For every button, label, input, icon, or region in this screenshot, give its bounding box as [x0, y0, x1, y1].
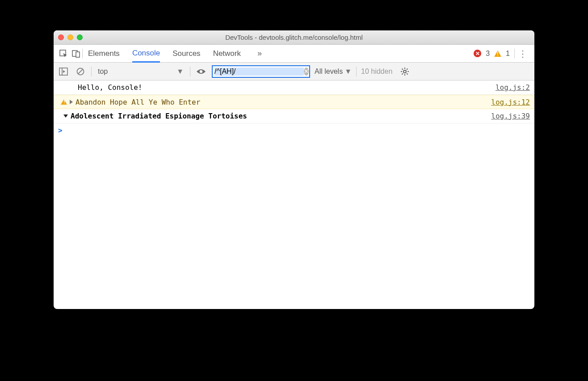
tab-network[interactable]: Network — [213, 45, 241, 63]
device-toolbar-icon[interactable] — [70, 47, 82, 60]
separator — [82, 49, 83, 59]
live-expression-icon[interactable] — [195, 65, 207, 78]
context-label: top — [98, 68, 108, 76]
message-text: Abandon Hope All Ye Who Enter — [76, 98, 200, 106]
message-text: Hello, Console! — [78, 83, 143, 92]
console-warning-message[interactable]: Abandon Hope All Ye Who Enter log.js:12 — [54, 95, 534, 109]
console-filterbar: top ▼ ✕ All levels ▼ 10 hidden — [54, 63, 534, 80]
collapse-icon[interactable] — [63, 114, 68, 118]
hidden-messages-count[interactable]: 10 hidden — [361, 68, 392, 76]
window-title: DevTools - devtools.glitch.me/console/lo… — [54, 34, 534, 41]
settings-menu-icon[interactable]: ⋮ — [515, 48, 531, 59]
devtools-window: DevTools - devtools.glitch.me/console/lo… — [54, 30, 534, 309]
expand-icon[interactable] — [70, 100, 73, 104]
error-warning-counts[interactable]: ✕ 3 1 — [474, 50, 510, 58]
separator — [190, 67, 190, 76]
svg-line-14 — [402, 68, 403, 69]
message-source-link[interactable]: log.js:12 — [491, 98, 530, 106]
prompt-chevron-icon: > — [58, 126, 63, 135]
close-window-button[interactable] — [58, 34, 64, 40]
message-text: Adolescent Irradiated Espionage Tortoise… — [71, 112, 247, 120]
svg-line-15 — [407, 73, 407, 74]
inspect-element-icon[interactable] — [57, 47, 70, 60]
panel-tabs: Elements Console Sources Network » — [88, 45, 266, 63]
log-level-select[interactable]: All levels ▼ — [315, 68, 352, 76]
message-source-link[interactable]: log.js:2 — [496, 83, 530, 92]
clear-console-icon[interactable] — [74, 65, 87, 78]
console-output: Hello, Console! log.js:2 Abandon Hope Al… — [54, 80, 534, 309]
clear-filter-icon[interactable]: ✕ — [304, 68, 309, 76]
console-group-message[interactable]: Adolescent Irradiated Espionage Tortoise… — [54, 109, 534, 123]
message-source-link[interactable]: log.js:39 — [491, 112, 530, 120]
filter-text-field[interactable] — [214, 68, 304, 76]
more-tabs-icon[interactable]: » — [253, 47, 266, 60]
chevron-down-icon: ▼ — [176, 68, 184, 76]
svg-rect-2 — [76, 52, 80, 57]
filter-input[interactable]: ✕ — [212, 65, 310, 78]
tab-sources[interactable]: Sources — [172, 45, 200, 63]
error-icon: ✕ — [474, 50, 481, 57]
svg-line-7 — [78, 69, 83, 74]
main-toolbar: Elements Console Sources Network » ✕ 3 1… — [54, 45, 534, 63]
svg-point-8 — [200, 70, 203, 73]
separator — [356, 67, 357, 76]
warning-count: 1 — [506, 50, 510, 58]
window-controls — [58, 34, 83, 40]
zoom-window-button[interactable] — [77, 34, 83, 40]
svg-point-9 — [403, 70, 406, 73]
svg-marker-5 — [63, 70, 65, 73]
chevron-down-icon: ▼ — [344, 68, 352, 76]
warning-icon — [61, 99, 67, 105]
minimize-window-button[interactable] — [67, 34, 73, 40]
console-message[interactable]: Hello, Console! log.js:2 — [54, 80, 534, 95]
separator — [91, 67, 92, 76]
toggle-sidebar-icon[interactable] — [57, 65, 70, 78]
error-count: 3 — [486, 50, 490, 58]
tab-console[interactable]: Console — [132, 45, 160, 63]
svg-line-17 — [407, 68, 407, 69]
tab-elements[interactable]: Elements — [88, 45, 120, 63]
console-prompt[interactable]: > — [54, 123, 534, 137]
warning-icon — [494, 51, 501, 57]
execution-context-select[interactable]: top ▼ — [96, 68, 185, 76]
svg-line-16 — [402, 73, 403, 74]
console-settings-icon[interactable] — [399, 65, 411, 78]
levels-label: All levels — [315, 68, 343, 76]
titlebar: DevTools - devtools.glitch.me/console/lo… — [54, 30, 534, 45]
